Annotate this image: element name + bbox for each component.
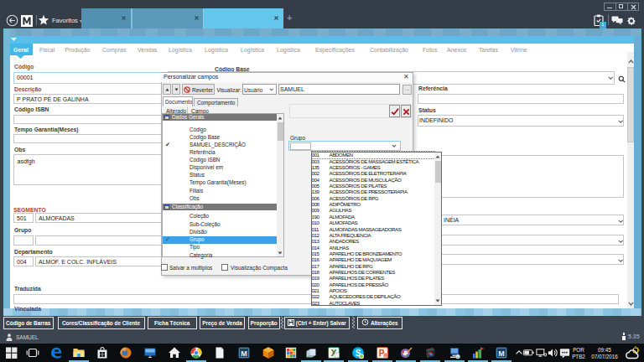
svg-text:M: M (498, 349, 505, 358)
svg-text:M: M (241, 349, 247, 358)
